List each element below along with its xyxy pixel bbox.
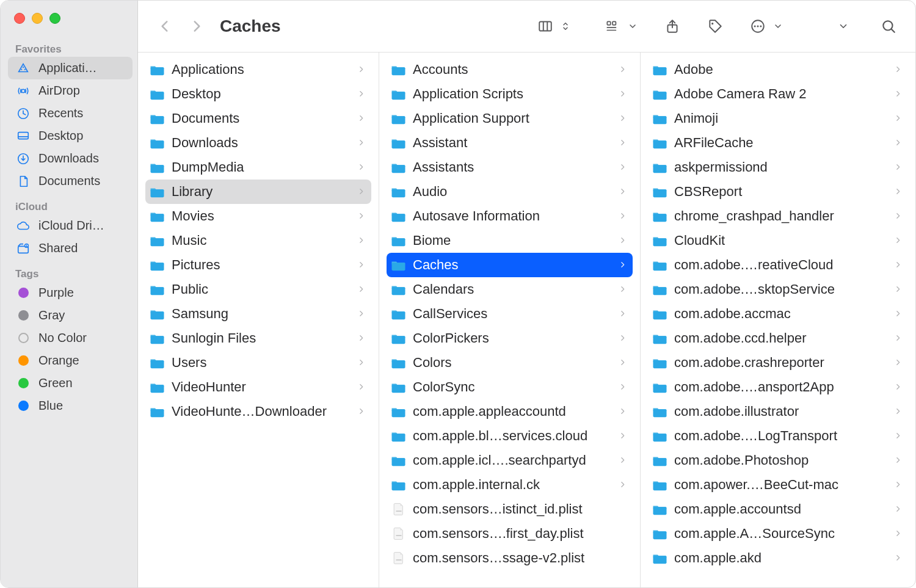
overflow-chevron-button[interactable]	[830, 14, 857, 38]
file-row[interactable]: com.apple.internal.ck	[387, 473, 633, 497]
file-row[interactable]: Movies	[145, 204, 371, 228]
file-row[interactable]: com.adobe.ccd.helper	[648, 326, 908, 350]
column-3[interactable]: AdobeAdobe Camera Raw 2AnimojiARFileCach…	[641, 53, 915, 587]
file-row[interactable]: com.adobe.accmac	[648, 302, 908, 326]
close-window-button[interactable]	[14, 13, 25, 24]
group-by-button[interactable]	[599, 14, 626, 38]
file-row[interactable]: chrome_crashpad_handler	[648, 204, 908, 228]
file-row[interactable]: Application Scripts	[387, 82, 633, 106]
sidebar-item-desktop[interactable]: Desktop	[1, 125, 137, 147]
forward-button[interactable]	[183, 14, 210, 38]
sidebar-tag-orange[interactable]: Orange	[1, 349, 137, 372]
file-row[interactable]: com.adobe.Photoshop	[648, 448, 908, 473]
sidebar-tag-purple[interactable]: Purple	[1, 281, 137, 304]
group-by-chevron-icon[interactable]	[627, 14, 638, 38]
file-row[interactable]: com.apower.…BeeCut-mac	[648, 473, 908, 497]
file-row[interactable]: Downloads	[145, 131, 371, 155]
file-row[interactable]: Documents	[145, 106, 371, 131]
folder-icon	[149, 63, 165, 76]
sidebar-item-label: Applicati…	[38, 61, 97, 75]
sidebar-item-recents[interactable]: Recents	[1, 102, 137, 125]
file-row[interactable]: Accounts	[387, 57, 633, 82]
sidebar-tag-no-color[interactable]: No Color	[1, 327, 137, 349]
chevron-right-icon	[894, 528, 902, 540]
file-row[interactable]: VideoHunter	[145, 375, 371, 399]
file-name: ARFileCache	[674, 135, 888, 151]
sidebar-tag-green[interactable]: Green	[1, 372, 137, 394]
file-row[interactable]: com.adobe.…LogTransport	[648, 424, 908, 448]
sidebar-tag-blue[interactable]: Blue	[1, 394, 137, 417]
file-row[interactable]: com.sensors…istinct_id.plist	[387, 497, 633, 521]
file-row[interactable]: Adobe	[648, 57, 908, 82]
file-row[interactable]: Users	[145, 350, 371, 375]
file-row[interactable]: askpermissiond	[648, 155, 908, 180]
file-row[interactable]: com.apple.icl….searchpartyd	[387, 448, 633, 473]
file-row[interactable]: com.apple.A…SourceSync	[648, 521, 908, 546]
file-row[interactable]: com.adobe.…reativeCloud	[648, 253, 908, 277]
file-row[interactable]: Application Support	[387, 106, 633, 131]
file-row[interactable]: Biome	[387, 228, 633, 253]
documents-icon	[15, 175, 31, 188]
file-row[interactable]: Autosave Information	[387, 204, 633, 228]
more-actions-button[interactable]	[744, 14, 771, 38]
file-row[interactable]: CloudKit	[648, 228, 908, 253]
sidebar-item-label: Orange	[38, 354, 79, 368]
tag-button[interactable]	[702, 14, 729, 38]
column-1[interactable]: ApplicationsDesktopDocumentsDownloadsDum…	[138, 53, 379, 587]
file-row[interactable]: com.adobe.…sktopService	[648, 277, 908, 302]
minimize-window-button[interactable]	[32, 13, 43, 24]
file-row[interactable]: Adobe Camera Raw 2	[648, 82, 908, 106]
file-row[interactable]: Library	[145, 180, 371, 204]
file-row[interactable]: VideoHunte…Downloader	[145, 399, 371, 424]
file-row[interactable]: com.sensors….first_day.plist	[387, 521, 633, 546]
sidebar-item-label: No Color	[38, 331, 87, 345]
file-row[interactable]: com.sensors…ssage-v2.plist	[387, 546, 633, 570]
more-actions-chevron-icon[interactable]	[772, 14, 783, 38]
chevron-right-icon	[619, 88, 627, 101]
file-row[interactable]: com.adobe.crashreporter	[648, 350, 908, 375]
sidebar-item-documents[interactable]: Documents	[1, 170, 137, 192]
file-row[interactable]: Pictures	[145, 253, 371, 277]
sidebar-item-shared[interactable]: Shared	[1, 237, 137, 260]
file-row[interactable]: Sunlogin Files	[145, 326, 371, 350]
file-name: com.apple.appleaccountd	[413, 404, 612, 419]
file-row[interactable]: com.apple.appleaccountd	[387, 399, 633, 424]
sidebar-item-applications[interactable]: Applicati…	[8, 57, 133, 79]
file-row[interactable]: Samsung	[145, 302, 371, 326]
folder-icon	[652, 185, 668, 198]
file-row[interactable]: CallServices	[387, 302, 633, 326]
view-mode-button[interactable]	[532, 14, 559, 38]
share-button[interactable]	[659, 14, 686, 38]
file-name: VideoHunte…Downloader	[172, 404, 351, 419]
sidebar-item-downloads[interactable]: Downloads	[1, 147, 137, 170]
file-row[interactable]: com.apple.akd	[648, 546, 908, 570]
file-row[interactable]: ARFileCache	[648, 131, 908, 155]
file-row[interactable]: DumpMedia	[145, 155, 371, 180]
file-row[interactable]: ColorSync	[387, 375, 633, 399]
file-row[interactable]: Animoji	[648, 106, 908, 131]
sidebar-item-icloud[interactable]: iCloud Dri…	[1, 214, 137, 237]
file-row[interactable]: CBSReport	[648, 180, 908, 204]
file-row[interactable]: Calendars	[387, 277, 633, 302]
file-row[interactable]: com.apple.accountsd	[648, 497, 908, 521]
file-row[interactable]: Music	[145, 228, 371, 253]
file-row[interactable]: ColorPickers	[387, 326, 633, 350]
file-row[interactable]: com.adobe.illustrator	[648, 399, 908, 424]
file-row[interactable]: Assistants	[387, 155, 633, 180]
search-button[interactable]	[875, 14, 902, 38]
column-2[interactable]: AccountsApplication ScriptsApplication S…	[379, 53, 641, 587]
file-row[interactable]: Audio	[387, 180, 633, 204]
file-row[interactable]: com.apple.bl…services.cloud	[387, 424, 633, 448]
back-button[interactable]	[151, 14, 178, 38]
file-row[interactable]: com.adobe.…ansport2App	[648, 375, 908, 399]
view-sort-chevrons-icon[interactable]	[560, 14, 571, 38]
sidebar-item-airdrop[interactable]: AirDrop	[1, 79, 137, 102]
file-row[interactable]: Public	[145, 277, 371, 302]
file-row[interactable]: Colors	[387, 350, 633, 375]
file-row[interactable]: Applications	[145, 57, 371, 82]
file-row[interactable]: Caches	[387, 253, 633, 277]
fullscreen-window-button[interactable]	[49, 13, 60, 24]
file-row[interactable]: Desktop	[145, 82, 371, 106]
file-row[interactable]: Assistant	[387, 131, 633, 155]
sidebar-tag-gray[interactable]: Gray	[1, 304, 137, 327]
